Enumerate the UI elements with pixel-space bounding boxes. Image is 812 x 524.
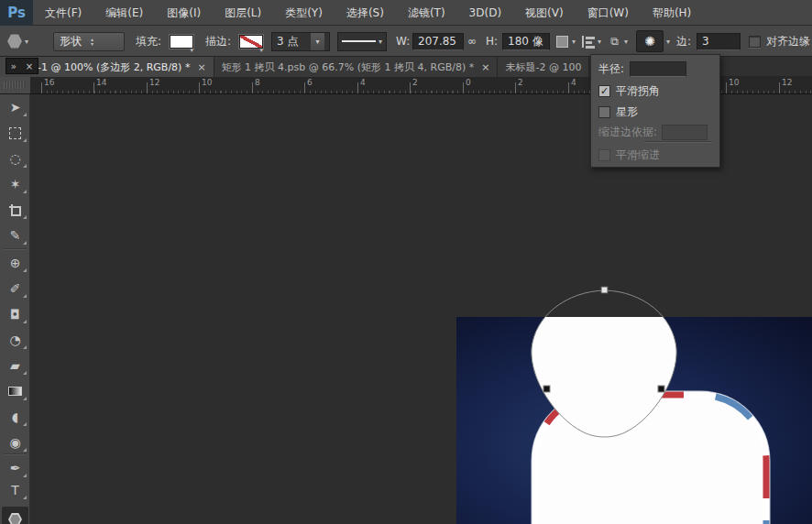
width-field[interactable]: 207.85 bbox=[412, 26, 464, 57]
path-alignment-button[interactable]: ▾ bbox=[581, 26, 601, 57]
smooth-indent-row: 平滑缩进 bbox=[598, 147, 660, 163]
radius-row: 半径: bbox=[598, 61, 686, 77]
anchor-point-right[interactable] bbox=[658, 386, 664, 392]
smooth-indent-label: 平滑缩进 bbox=[616, 147, 660, 163]
divider bbox=[644, 141, 712, 142]
close-icon[interactable]: × bbox=[481, 61, 489, 73]
lasso-tool[interactable]: ◌ bbox=[2, 147, 28, 170]
pen-tool[interactable]: ✒ bbox=[2, 456, 28, 480]
tool-preset-button[interactable]: ▾ bbox=[7, 26, 28, 57]
menu-edit[interactable]: 编辑(E) bbox=[93, 0, 155, 26]
photoshop-window: Ps 文件(F) 编辑(E) 图像(I) 图层(L) 类型(Y) 选择(S) 滤… bbox=[0, 0, 812, 524]
history-brush-tool[interactable]: ◔ bbox=[2, 328, 28, 352]
fill-swatch[interactable]: ▾ bbox=[170, 26, 193, 57]
tool-mode-value: 形状 bbox=[60, 34, 82, 49]
path-arrangement-button[interactable]: ⧉ ▾ bbox=[608, 26, 628, 57]
stroke-width-select[interactable]: 3 点 ▾ bbox=[271, 26, 330, 57]
menu-bar: Ps 文件(F) 编辑(E) 图像(I) 图层(L) 类型(Y) 选择(S) 滤… bbox=[0, 0, 812, 26]
eyedropper-tool[interactable]: ✎ bbox=[2, 224, 28, 247]
gradient-tool[interactable] bbox=[2, 379, 28, 403]
menu-view[interactable]: 视图(V) bbox=[513, 0, 576, 26]
marquee-icon bbox=[9, 127, 21, 139]
collapse-panel-icon[interactable]: » bbox=[11, 61, 16, 71]
tab-label: 矩形 1 拷贝 4.psb @ 66.7% (矩形 1 拷贝 4, RGB/8)… bbox=[222, 60, 475, 74]
polygon-icon bbox=[8, 513, 22, 524]
healing-brush-tool[interactable]: ⊕ bbox=[2, 251, 28, 275]
sides-field[interactable]: 3 bbox=[697, 26, 741, 57]
smooth-corners-row[interactable]: ✓ 平滑拐角 bbox=[598, 83, 660, 99]
tab-rect-copy-4[interactable]: 矩形 1 拷贝 4.psb @ 66.7% (矩形 1 拷贝 4, RGB/8)… bbox=[214, 57, 499, 77]
height-field[interactable]: 180 像 bbox=[502, 26, 550, 57]
crop-tool[interactable] bbox=[2, 198, 28, 222]
close-icon[interactable]: × bbox=[26, 61, 33, 71]
chevron-down-icon: ▾ bbox=[598, 38, 601, 46]
star-checkbox[interactable] bbox=[598, 106, 610, 118]
align-edges-checkbox[interactable] bbox=[749, 26, 761, 57]
radius-input[interactable] bbox=[630, 61, 686, 77]
anchor-point-top[interactable] bbox=[601, 287, 608, 293]
brush-tool[interactable]: ✐ bbox=[2, 277, 28, 300]
tab-label: 未标题-2 @ 100 bbox=[505, 60, 581, 74]
path-operations-button[interactable]: ▾ bbox=[555, 26, 576, 57]
marquee-tool[interactable] bbox=[2, 121, 28, 145]
tool-mode-select[interactable]: 形状 ▴▾ bbox=[53, 26, 125, 57]
panel-collapse-overlay[interactable]: » × bbox=[5, 58, 38, 74]
width-value[interactable]: 207.85 bbox=[412, 33, 464, 50]
divider bbox=[4, 248, 27, 249]
menu-window[interactable]: 窗口(W) bbox=[576, 0, 641, 26]
options-bar: ▾ 形状 ▴▾ 填充: ▾ 描边: ▾ 3 点 ▾ bbox=[0, 26, 812, 57]
chevron-down-icon: ▾ bbox=[25, 38, 28, 46]
toolbar-grabber[interactable] bbox=[0, 77, 30, 94]
dodge-tool[interactable]: ◉ bbox=[2, 431, 28, 454]
stroke-width-value: 3 点 bbox=[277, 34, 298, 49]
move-tool[interactable]: ➤ bbox=[2, 95, 28, 119]
star-label: 星形 bbox=[616, 104, 638, 120]
spinner-arrows-icon: ▴▾ bbox=[91, 37, 93, 46]
smooth-corners-checkbox[interactable]: ✓ bbox=[598, 85, 610, 97]
tab-untitled-2[interactable]: 未标题-2 @ 100 bbox=[498, 57, 589, 77]
menu-file[interactable]: 文件(F) bbox=[33, 0, 93, 26]
polygon-tool-icon bbox=[7, 34, 22, 49]
sides-value[interactable]: 3 bbox=[697, 33, 741, 50]
radius-label: 半径: bbox=[598, 61, 624, 77]
path-alignment-icon bbox=[581, 35, 595, 49]
indent-label: 缩进边依据: bbox=[598, 125, 657, 140]
chevron-down-icon: ▾ bbox=[379, 38, 382, 46]
magic-wand-tool[interactable]: ✶ bbox=[2, 172, 28, 196]
stroke-swatch[interactable]: ▾ bbox=[239, 26, 263, 57]
link-dimensions-icon[interactable]: ∞ bbox=[467, 26, 477, 57]
indent-row: 缩进边依据: bbox=[598, 125, 708, 140]
smooth-corners-label: 平滑拐角 bbox=[616, 83, 660, 99]
stroke-style-select[interactable]: ▾ bbox=[337, 26, 387, 57]
indent-input bbox=[662, 125, 708, 140]
menu-3d[interactable]: 3D(D) bbox=[457, 0, 513, 26]
path-arrangement-icon: ⧉ bbox=[608, 35, 621, 49]
tools-panel: ➤ ◌ ✶ ✎ ⊕ ✐ ◘ ◔ ▰ ◖ ◉ ✒ T ► bbox=[0, 94, 30, 524]
shape-settings-button[interactable]: ✺ ▾ bbox=[636, 26, 670, 57]
chevron-down-icon: ▾ bbox=[311, 33, 324, 50]
clone-stamp-tool[interactable]: ◘ bbox=[2, 302, 28, 326]
anchor-point-left[interactable] bbox=[543, 386, 550, 392]
fill-label: 填充: bbox=[136, 26, 161, 57]
menu-filter[interactable]: 滤镜(T) bbox=[396, 0, 457, 26]
polygon-options-popup: 半径: ✓ 平滑拐角 星形 缩进边依据: 平滑缩进 bbox=[590, 54, 720, 168]
crop-icon bbox=[9, 204, 21, 216]
sides-label: 边: bbox=[676, 26, 691, 57]
polygon-shape-tool[interactable] bbox=[2, 507, 28, 524]
eraser-tool[interactable]: ▰ bbox=[2, 354, 28, 377]
menu-select[interactable]: 选择(S) bbox=[335, 0, 396, 26]
gradient-icon bbox=[8, 387, 22, 396]
chevron-down-icon: ▾ bbox=[624, 38, 628, 46]
close-icon[interactable]: × bbox=[197, 61, 205, 73]
solid-line-icon bbox=[342, 40, 376, 42]
height-value[interactable]: 180 像 bbox=[502, 33, 550, 50]
menu-type[interactable]: 类型(Y) bbox=[273, 0, 335, 26]
smooth-indent-checkbox bbox=[598, 149, 610, 161]
menu-image[interactable]: 图像(I) bbox=[155, 0, 213, 26]
gear-icon: ✺ bbox=[644, 34, 655, 49]
star-row[interactable]: 星形 bbox=[598, 104, 638, 120]
menu-layer[interactable]: 图层(L) bbox=[213, 0, 273, 26]
path-operations-icon bbox=[555, 35, 569, 49]
menu-help[interactable]: 帮助(H) bbox=[641, 0, 703, 26]
smudge-tool[interactable]: ◖ bbox=[2, 405, 28, 429]
